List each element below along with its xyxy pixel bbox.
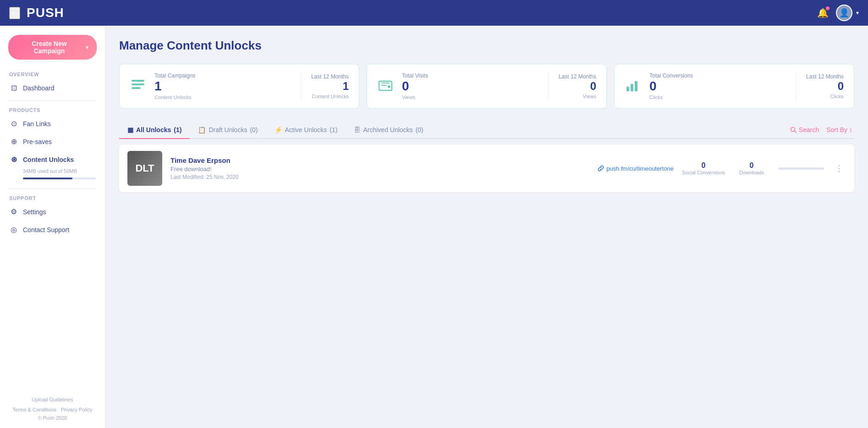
sidebar-item-fan-links[interactable]: ⊙ Fan Links [0,115,105,133]
campaign-thumbnail: DLT [127,151,162,186]
notification-button[interactable]: 🔔 [817,7,829,18]
progress-bar [778,167,824,170]
products-section-label: PRODUCTS [0,105,105,115]
tab-draft-unlocks[interactable]: 📋 Draft Unlocks (0) [190,122,266,139]
user-icon: 👤 [839,8,849,18]
sidebar-item-label: Settings [23,208,46,216]
main-content: Manage Content Unlocks Total Campaigns 1… [105,26,868,428]
storage-label: 34MB used out of 50MB [0,168,105,178]
logo: PUSH [27,6,64,20]
tab-all-unlocks[interactable]: ▦ All Unlocks (1) [119,122,190,139]
stat-divider-2 [548,72,549,100]
table-row: DLT Time Dave Erpson Free download! Last… [119,145,854,192]
tab-archived-unlocks-label: Archived Unlocks [363,126,412,133]
stat-sub-campaigns: Content Unlocks [154,94,291,100]
sidebar-item-label: Pre-saves [23,138,52,145]
svg-rect-2 [132,87,141,89]
tab-archived-unlocks-count: (0) [416,126,423,133]
storage-bar-fill [23,178,72,179]
tab-all-unlocks-count: (1) [174,126,181,133]
stat-value-campaigns: 1 [154,80,291,93]
stats-row: Total Campaigns 1 Content Unlocks Last 1… [119,64,854,109]
pre-saves-icon: ⊕ [9,137,18,146]
header-left: ← PUSH [9,6,64,20]
upload-guidelines-link[interactable]: Upload Guidelines [32,397,73,402]
svg-rect-7 [635,81,637,91]
overview-section-label: OVERVIEW [0,69,105,79]
stat-last12-sub-visits: Views [559,94,596,99]
sidebar-divider-1 [9,100,96,101]
sidebar-item-settings[interactable]: ⚙ Settings [0,203,105,221]
stat-right-conversions: Last 12 Months 0 Clicks [806,73,844,99]
create-campaign-label: Create New Campaign [16,40,82,55]
sidebar-item-dashboard[interactable]: ⊡ Dashboard [0,79,105,97]
avatar: 👤 [836,5,852,21]
sidebar-footer: Upload Guidelines Terms & Conditions Pri… [0,389,105,428]
stat-right-campaigns: Last 12 Months 1 Content Unlocks [311,73,349,99]
tab-active-unlocks[interactable]: ⚡ Active Unlocks (1) [266,122,346,139]
contact-support-icon: ◎ [9,225,18,234]
sort-label: Sort By ↕ [826,126,852,133]
social-conversions-label: Social Conversions [682,170,725,175]
stat-divider-1 [301,72,301,100]
tab-draft-unlocks-count: (0) [250,126,258,133]
user-avatar-button[interactable]: 👤 ▾ [836,5,859,21]
tab-active-unlocks-label: Active Unlocks [285,126,327,133]
privacy-link[interactable]: Privacy Policy [61,407,92,412]
draft-unlocks-icon: 📋 [198,126,206,133]
stat-card-total-conversions: Total Conversions 0 Clicks Last 12 Month… [614,64,854,109]
stat-last12-sub-conversions: Clicks [806,94,844,99]
storage-bar-wrap [0,178,105,185]
search-button[interactable]: Search [790,126,819,133]
notification-dot [826,6,830,10]
layout: Create New Campaign ▾ OVERVIEW ⊡ Dashboa… [0,26,868,428]
stat-body-conversions: Total Conversions 0 Clicks [649,72,786,100]
support-section-label: SUPPORT [0,193,105,203]
back-button[interactable]: ← [9,7,20,19]
stat-last12-value-conversions: 0 [806,81,844,92]
conversions-icon [625,77,641,96]
svg-rect-6 [631,84,633,91]
grid-icon: ⊡ [9,83,18,92]
campaign-progress [778,167,824,170]
terms-link[interactable]: Terms & Conditions [13,407,56,412]
search-icon [790,127,797,133]
campaigns-icon [130,76,146,96]
archived-unlocks-icon: 🗄 [354,126,360,133]
sidebar-item-content-unlocks[interactable]: ⊛ Content Unlocks [0,150,105,168]
campaign-menu-button[interactable]: ⋮ [832,161,846,175]
stat-card-total-visits: Total Visits 0 Views Last 12 Months 0 Vi… [367,64,607,109]
tab-archived-unlocks[interactable]: 🗄 Archived Unlocks (0) [346,122,431,139]
stat-last12-label-campaigns: Last 12 Months [311,73,349,80]
campaign-list: DLT Time Dave Erpson Free download! Last… [119,145,854,192]
copyright: © Push 2020 [9,415,96,421]
downloads-label: Downloads [733,170,770,175]
active-unlocks-icon: ⚡ [275,126,282,133]
tabs-actions: Search Sort By ↕ [790,126,854,133]
stat-body-campaigns: Total Campaigns 1 Content Unlocks [154,72,291,100]
create-campaign-chevron: ▾ [86,44,88,50]
campaign-url-text: push.fm/cu/timeoutertone [606,165,674,172]
sidebar-item-contact-support[interactable]: ◎ Contact Support [0,221,105,239]
tab-active-unlocks-count: (1) [330,126,337,133]
svg-rect-0 [132,80,144,82]
sidebar-divider-2 [9,189,96,189]
social-conversions-value: 0 [682,161,725,170]
svg-rect-5 [626,87,629,91]
tab-all-unlocks-label: All Unlocks [136,126,171,133]
svg-point-4 [388,85,390,88]
campaign-url-link[interactable]: push.fm/cu/timeoutertone [598,165,674,172]
chevron-down-icon: ▾ [856,10,859,16]
create-btn-wrap: Create New Campaign ▾ [0,35,105,69]
stat-divider-3 [796,72,796,100]
stat-right-visits: Last 12 Months 0 Views [559,73,596,99]
create-campaign-button[interactable]: Create New Campaign ▾ [8,35,97,60]
sort-button[interactable]: Sort By ↕ [826,126,852,133]
sidebar-item-pre-saves[interactable]: ⊕ Pre-saves [0,133,105,150]
downloads-value: 0 [733,161,770,170]
campaign-info: Time Dave Erpson Free download! Last Mod… [170,156,589,180]
svg-rect-1 [132,83,144,85]
stat-last12-value-campaigns: 1 [311,81,349,92]
downloads-stat: 0 Downloads [733,161,770,175]
stat-body-visits: Total Visits 0 Views [402,72,538,100]
